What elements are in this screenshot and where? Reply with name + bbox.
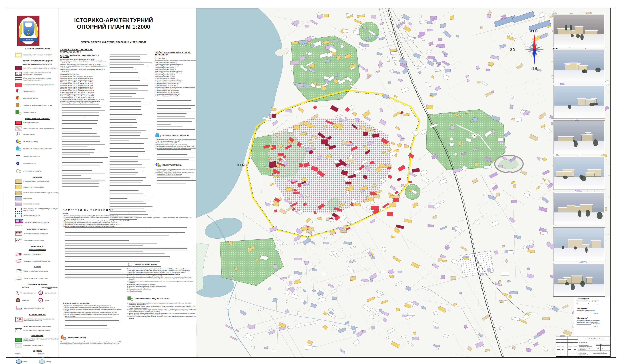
- list-item: 3. Церква Різдва Хрестового 1602-1608 рр…: [60, 64, 107, 65]
- cHistB-icon: i: [15, 132, 21, 138]
- legend-heading: ОЗЕЛЕНЕННЯ:: [15, 335, 60, 337]
- list-item: 10. Скульптурна композиція "Акробати": [127, 287, 197, 289]
- list-item: 15. Промисловий будинок (колишній костел…: [155, 87, 197, 88]
- map-labels: СТАВ: [237, 163, 247, 167]
- list-item: 11. Житловий будинок, 1920 р., вул. Вало…: [60, 93, 107, 95]
- legend-heading: ВУЛИЧНА МЕРЕЖА:: [15, 314, 60, 315]
- list-item: 4. Пам'ятник поету, громадському діячу, …: [155, 146, 197, 148]
- legend-item: 3ПАМ'ЯТКА МОНУМЕНТАЛЬНОГО МИСТЕЦТВА: [15, 103, 60, 108]
- list-item: 8. Житловий будинок, 1916 р., вул. Валов…: [60, 88, 107, 90]
- list-item: 1. Пам'ятне місце подвигу Героя Радянськ…: [63, 215, 196, 217]
- list-item: 2. Будинок, у якому зупинялись письменни…: [63, 217, 196, 220]
- swatch-b4: [15, 196, 22, 200]
- list-item: 1. Пам'ятний знак воїнам-землякам, які з…: [155, 139, 197, 142]
- svg-text:5: 5: [20, 149, 20, 151]
- page-subtitle: ПЕРЕЛІК ОБ'ЄКТІВ КУЛЬТУРНОЇ СПАДЩИНИ М. …: [61, 41, 166, 43]
- cHist-icon: 1: [15, 89, 21, 94]
- fRovL-icon: [15, 276, 22, 281]
- swatch-boundary: [15, 53, 22, 57]
- cMem-icon: 2: [60, 335, 66, 340]
- legend-heading: ВТРАЧЕНІ:: [15, 266, 60, 268]
- map-legend: УМОВНІ ПОЗНАЧЕННЯ МЕЖІ ІСТОРИЧНОГО АРЕАЛ…: [15, 48, 60, 364]
- legend-item: ЗМІНА ЗОВНІШНЬОГО ВИГЛЯДУ СПОРУДИ ВНАСЛІ…: [15, 208, 60, 212]
- list-item: 2. Житловий будинок, 1928 р., вул. Валов…: [60, 78, 107, 79]
- disharmonious-building-swatch: [15, 219, 23, 223]
- list-item: 13. Житловий будинок, вул. Коперніка, 16: [155, 83, 197, 85]
- list-item: 9. Скульптурна композиція Матері Божої, …: [127, 286, 197, 287]
- legend-item: СУЧАСНА АРХІТЕКТУРНО- ВИРАЗНА БУДІВЛЯ, С…: [15, 191, 60, 195]
- list-item: 3. Сквер на вул. Чорновола, пам'ятка сад…: [127, 309, 198, 312]
- svg-text:T: T: [157, 163, 158, 166]
- list-item: 7. Житловий будинок, вул. Академіка В. Г…: [155, 72, 197, 74]
- chapel-icon: [15, 161, 21, 167]
- svg-text:1: 1: [20, 171, 20, 173]
- legend-item: ЙМОВІРНІ ТРАСИ ОБОРОННИХ РОВІВ: [15, 276, 60, 281]
- walls-icon: [15, 305, 23, 311]
- list-item: 9. Житловий будинок, вул. Качали, 9: [155, 76, 197, 78]
- svg-text:РІЧИЩА: РІЧИЩА: [45, 357, 50, 358]
- legend-rows: МЕЖІ ІСТОРИЧНОГО АРЕАЛУ М.ТЕРНОПОЛЯОБ'ЄК…: [15, 53, 60, 364]
- legend-item: iПАМ'ЯТКА ІСТОРІЇ: [15, 132, 60, 138]
- list-block: 2ПАМ'ЯТКИ ПРИРОДИ МІСЦЕВОГО ЗНАЧЕННЯ1. Т…: [127, 295, 198, 319]
- compass-north-label: ПН: [531, 28, 538, 33]
- title-block-signatures: [556, 337, 578, 356]
- legend-heading: ЧАСТКОВО ЗБЕРЕЖЕНІ:: [15, 249, 60, 251]
- castle-icon: [26, 23, 31, 27]
- svg-text:i: i: [17, 133, 18, 136]
- emblem-shield-icon: ★: [23, 21, 34, 36]
- list-item: 6. Житловий будинок, вул. Академіка В. Г…: [155, 71, 197, 72]
- list-item: 5. Житловий будинок, 1911 р., вул. Валов…: [60, 83, 107, 85]
- legend-item: ЗБЕРЕЖЕНІ РЕШТКИ ОБОРОННИХ РОВІВ: [15, 259, 60, 264]
- svg-text:2: 2: [20, 99, 20, 100]
- legend-heading: ФОРТЕФІКАЦІЇ:: [15, 246, 60, 247]
- swatch-b5: [15, 202, 22, 206]
- list-item: 2. Скульптурна композиція «Пара лелек», …: [127, 270, 197, 272]
- cMem-icon: 2: [15, 96, 21, 101]
- city-photo-6: [553, 192, 605, 225]
- list-item: 17. Житловий будинок, вул. Листопадова, …: [155, 90, 197, 91]
- legend-item: ЗЕМЛІ ІСТОРИКО-КУЛЬТУРНОГО ПРИЗНАЧЕННЯ: [15, 127, 60, 130]
- list-item: 1. Тернопільська липа, вікове дерево, бо…: [127, 302, 198, 306]
- legend-item: ОБОРОННІ УКРІПЛЕННЯ СЕРЕДМІСТЯ: [15, 231, 60, 236]
- legend-item: МІСЬКЕ КЛАДОВИЩЕ, БРАТСЬКА МОГИЛА: [15, 328, 60, 332]
- right-margin: [611, 8, 616, 357]
- crossIc-icon: [15, 153, 21, 160]
- list-item: 2. Дуб "Тернопільський", пам'ятка природ…: [127, 306, 198, 309]
- legend-item: 2ПАМ'ЯТКА ПРИРОДИ: [15, 110, 60, 115]
- list-item: 12. Скульптурна композиція: [127, 291, 197, 293]
- compass-south-label: ПД: [531, 66, 538, 71]
- legend-item: ПАМ'ЯТКА АРХІТЕКТУРИ МІСЦЕВОГО ЗНАЧЕННЯ: [15, 83, 60, 87]
- approval-entry: "Погоджено"Начальник управління містобуд…: [577, 317, 610, 327]
- cChurch-icon: [38, 290, 44, 296]
- mafO-icon: 1: [127, 262, 133, 267]
- legend-item: ПАМ'ЯТКА АРХІТЕКТУРИ: [15, 121, 60, 125]
- list-item: 9. Житловий будинок, 1937 р., вул. Валов…: [60, 90, 107, 91]
- svg-text:СТАВКИ: СТАВКИ: [23, 361, 27, 362]
- list-item: 1. Скульптурна композиція «Випадкова зус…: [127, 268, 197, 270]
- legend-item: ЦІННІ ПРИРОДНІ ЛАНДШАФТИ: [15, 343, 60, 348]
- cSyn-icon: ⵣ: [15, 298, 21, 303]
- swatch-natzone: [15, 72, 22, 76]
- legend-item: НОВОБУДОВА: [15, 196, 60, 200]
- list-item: 5. Келії монастиря Домініканів 1749 -177…: [60, 69, 107, 72]
- legend-item: 1ПАМ'ЯТКА ІСТОРІЇ: [15, 89, 60, 94]
- approvals-block: "Затверджено"Наказ міністерства культури…: [577, 298, 610, 330]
- swatch-cem: [15, 328, 22, 332]
- swatch-hkz: [15, 127, 22, 130]
- legend-item: ОХОРОННА ЗОНА ПАМ'ЯТКИ АРХІТЕКТУРИ НАЦІО…: [15, 72, 60, 76]
- legend-title: УМОВНІ ПОЗНАЧЕННЯ: [15, 48, 60, 50]
- stage-headers: СтадіяАркушАркушів: [596, 344, 610, 346]
- city-photo-3: [553, 85, 605, 118]
- list-item: 3. Житловий будинок, вул. Валенчевича, 4: [155, 65, 197, 67]
- city-photo-2: [553, 49, 605, 83]
- legend-item: МЕЖІ ІСТОРИЧНОГО АРЕАЛУ М.ТЕРНОПОЛЯ: [15, 53, 60, 57]
- list-item: 5. Скульптурна композиція - близнюки, бу…: [127, 275, 197, 277]
- streetNet-icon: [15, 317, 23, 323]
- list-item: 12. Житловий будинок, вул. Котляревськог…: [155, 81, 197, 83]
- swatch-natzone2: [15, 78, 22, 81]
- svg-text:1: 1: [131, 264, 132, 266]
- list-item: 15. Медінститут (адмін корпус), поч.XXст…: [60, 101, 107, 102]
- swatch-b2: [15, 185, 22, 189]
- legend-heading: ПАМ'ЯТКИ НАЦІОНАЛЬНОГО ЗНАЧЕННЯ: [15, 64, 60, 65]
- legend-item: ПРОМИСЛОВА ЗАБУДОВА: [15, 202, 60, 206]
